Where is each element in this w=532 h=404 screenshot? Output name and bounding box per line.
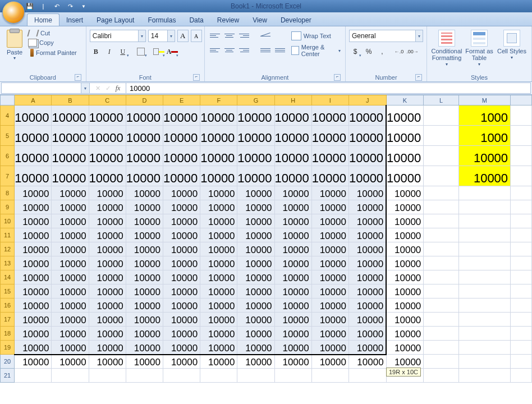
chevron-down-icon[interactable]: ▾: [138, 30, 145, 42]
cell-D12[interactable]: 10000: [126, 242, 163, 256]
row-header-13[interactable]: 13: [1, 256, 15, 270]
cell[interactable]: [511, 313, 532, 327]
cell-M21[interactable]: [458, 369, 510, 383]
save-icon[interactable]: 💾: [25, 1, 35, 11]
decrease-indent-button[interactable]: [259, 44, 272, 56]
number-launcher[interactable]: ⌐: [415, 74, 422, 81]
cell-E14[interactable]: 10000: [163, 270, 200, 284]
row-header-10[interactable]: 10: [1, 214, 15, 228]
cell-M19[interactable]: [458, 341, 510, 355]
cell-L19[interactable]: [424, 341, 458, 355]
cell-G9[interactable]: 10000: [237, 200, 274, 214]
cell-J11[interactable]: 10000: [348, 228, 386, 242]
cell[interactable]: [511, 126, 532, 146]
insert-function-button[interactable]: fx: [113, 84, 122, 93]
cell-K5[interactable]: 10000: [386, 126, 424, 146]
cell-I19[interactable]: 10000: [311, 341, 348, 355]
cell-B14[interactable]: 10000: [52, 270, 89, 284]
font-size-combo[interactable]: 14▾: [148, 30, 175, 42]
cell-K6[interactable]: 10000: [386, 146, 424, 166]
cell-H21[interactable]: [274, 369, 311, 383]
align-middle-button[interactable]: [223, 30, 236, 41]
cell-A11[interactable]: 10000: [15, 228, 52, 242]
percent-button[interactable]: %: [363, 45, 375, 58]
cell-C12[interactable]: 10000: [89, 242, 126, 256]
cell-H17[interactable]: 10000: [274, 313, 311, 327]
cell[interactable]: [511, 284, 532, 299]
cell-A6[interactable]: 10000: [15, 146, 52, 166]
cut-button[interactable]: Cut: [28, 30, 77, 36]
tab-review[interactable]: Review: [210, 14, 246, 26]
cell-M6[interactable]: 10000: [458, 146, 510, 166]
cell-F20[interactable]: 10000: [200, 355, 237, 369]
orientation-button[interactable]: [259, 30, 272, 41]
cell-B8[interactable]: 10000: [52, 186, 89, 200]
cell-F11[interactable]: 10000: [200, 228, 237, 242]
cell-G21[interactable]: [237, 369, 274, 383]
tab-insert[interactable]: Insert: [59, 14, 90, 26]
cell-I5[interactable]: 10000: [311, 126, 348, 146]
cell-M20[interactable]: [458, 355, 510, 369]
cell-H8[interactable]: 10000: [274, 186, 311, 200]
cell-I21[interactable]: [311, 369, 348, 383]
cell-A10[interactable]: 10000: [15, 214, 52, 228]
cell[interactable]: [511, 228, 532, 242]
cell-J5[interactable]: 10000: [348, 126, 386, 146]
cell-M10[interactable]: [458, 214, 510, 228]
cell-H16[interactable]: 10000: [274, 299, 311, 313]
cell[interactable]: [511, 166, 532, 186]
increase-decimal-button[interactable]: ←.0: [393, 45, 405, 58]
cell-A17[interactable]: 10000: [15, 313, 52, 327]
cell-E4[interactable]: 10000: [163, 105, 200, 126]
row-header-6[interactable]: 6: [1, 146, 15, 166]
cell-E9[interactable]: 10000: [163, 200, 200, 214]
cell-J19[interactable]: 10000: [348, 341, 386, 355]
cell-M11[interactable]: [458, 228, 510, 242]
cell-F21[interactable]: [200, 369, 237, 383]
cell-B19[interactable]: 10000: [52, 341, 89, 355]
cell-E12[interactable]: 10000: [163, 242, 200, 256]
cell-C10[interactable]: 10000: [89, 214, 126, 228]
cell-C14[interactable]: 10000: [89, 270, 126, 284]
tab-formulas[interactable]: Formulas: [141, 14, 182, 26]
cell-F8[interactable]: 10000: [200, 186, 237, 200]
select-all-corner[interactable]: [1, 95, 15, 105]
tab-view[interactable]: View: [246, 14, 274, 26]
cell-B16[interactable]: 10000: [52, 299, 89, 313]
cell-D18[interactable]: 10000: [126, 327, 163, 341]
cell-E13[interactable]: 10000: [163, 256, 200, 270]
row-header-11[interactable]: 11: [1, 228, 15, 242]
worksheet-grid[interactable]: ABCDEFGHIJKLM410000100001000010000100001…: [0, 95, 532, 394]
cell[interactable]: [511, 369, 532, 383]
column-header-B[interactable]: B: [52, 95, 89, 105]
fill-color-button[interactable]: ▾: [153, 45, 165, 58]
cell-I7[interactable]: 10000: [311, 166, 348, 186]
cell-E19[interactable]: 10000: [163, 341, 200, 355]
cell-A12[interactable]: 10000: [15, 242, 52, 256]
border-button[interactable]: ▾: [135, 45, 147, 58]
cell-B13[interactable]: 10000: [52, 256, 89, 270]
cell-F10[interactable]: 10000: [200, 214, 237, 228]
cell-J6[interactable]: 10000: [348, 146, 386, 166]
cell-A9[interactable]: 10000: [15, 200, 52, 214]
cell-D21[interactable]: [126, 369, 163, 383]
cell-G17[interactable]: 10000: [237, 313, 274, 327]
merge-center-button[interactable]: Merge & Center▾: [291, 44, 341, 57]
cell[interactable]: [511, 355, 532, 369]
cell-D13[interactable]: 10000: [126, 256, 163, 270]
cell-H10[interactable]: 10000: [274, 214, 311, 228]
cell[interactable]: [511, 327, 532, 341]
cell-C11[interactable]: 10000: [89, 228, 126, 242]
cell-D7[interactable]: 10000: [126, 166, 163, 186]
cell-H20[interactable]: 10000: [274, 355, 311, 369]
cell-F18[interactable]: 10000: [200, 327, 237, 341]
cell-F4[interactable]: 10000: [200, 105, 237, 126]
row-header-14[interactable]: 14: [1, 270, 15, 284]
cell-J18[interactable]: 10000: [348, 327, 386, 341]
cell-E11[interactable]: 10000: [163, 228, 200, 242]
cell-G10[interactable]: 10000: [237, 214, 274, 228]
cell-M4[interactable]: 1000: [458, 105, 510, 126]
paste-button[interactable]: Paste ▾: [3, 27, 26, 61]
cell-I11[interactable]: 10000: [311, 228, 348, 242]
cell-G11[interactable]: 10000: [237, 228, 274, 242]
